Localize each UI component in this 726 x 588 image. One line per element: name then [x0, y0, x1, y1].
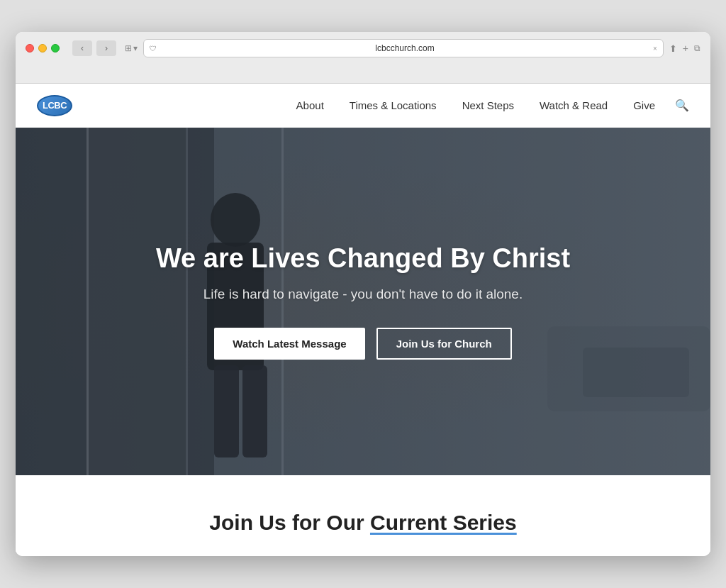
fullscreen-window-button[interactable]: [51, 44, 60, 52]
nav-link-about[interactable]: About: [284, 84, 337, 128]
logo-text: LCBC: [37, 95, 72, 116]
traffic-lights: [26, 44, 60, 52]
share-icon[interactable]: ⬆: [669, 43, 677, 54]
browser-window: ‹ › ⊞ ▾ 🛡 lcbcchurch.com × ⬆ +: [16, 32, 710, 556]
forward-button[interactable]: ›: [96, 40, 116, 56]
tab-bar: [26, 63, 700, 83]
below-hero-section: Join Us for Our Current Series: [16, 475, 710, 556]
tabs-overview-icon[interactable]: ⧉: [694, 43, 700, 53]
browser-actions: ⬆ + ⧉: [669, 43, 700, 54]
nav-link-give[interactable]: Give: [620, 84, 668, 128]
hero-subtitle: Life is hard to navigate - you don't hav…: [203, 287, 523, 302]
address-bar-row: 🛡 lcbcchurch.com ×: [143, 39, 664, 57]
watch-message-button[interactable]: Watch Latest Message: [214, 328, 364, 360]
hero-buttons: Watch Latest Message Join Us for Church: [214, 328, 511, 360]
hero-title: We are Lives Changed By Christ: [156, 243, 570, 274]
nav-item-watch-read[interactable]: Watch & Read: [527, 84, 620, 128]
nav-item-give[interactable]: Give: [620, 84, 668, 128]
website: LCBC About Times & Locations Next Steps …: [16, 84, 710, 556]
close-window-button[interactable]: [26, 44, 34, 52]
forward-icon: ›: [105, 43, 108, 53]
hero-content: We are Lives Changed By Christ Life is h…: [16, 128, 710, 475]
url-text: lcbcchurch.com: [161, 43, 649, 53]
minimize-window-button[interactable]: [38, 44, 47, 52]
nav-item-about[interactable]: About: [284, 84, 337, 128]
nav-links: About Times & Locations Next Steps Watch…: [284, 84, 668, 128]
below-hero-plain-text: Join Us for Our: [209, 511, 370, 534]
tab-close-button[interactable]: ×: [653, 45, 657, 52]
current-series-link[interactable]: Current Series: [370, 511, 517, 534]
navbar: LCBC About Times & Locations Next Steps …: [16, 84, 710, 128]
browser-chrome: ‹ › ⊞ ▾ 🛡 lcbcchurch.com × ⬆ +: [16, 32, 710, 84]
nav-link-watch-read[interactable]: Watch & Read: [527, 84, 620, 128]
below-hero-title: Join Us for Our Current Series: [44, 511, 682, 535]
window-tile-icon: ⊞: [125, 43, 132, 53]
nav-link-next-steps[interactable]: Next Steps: [449, 84, 527, 128]
logo[interactable]: LCBC: [37, 95, 72, 116]
hero-section: We are Lives Changed By Christ Life is h…: [16, 128, 710, 475]
nav-link-times[interactable]: Times & Locations: [337, 84, 449, 128]
nav-item-next-steps[interactable]: Next Steps: [449, 84, 527, 128]
nav-item-times[interactable]: Times & Locations: [337, 84, 449, 128]
join-church-button[interactable]: Join Us for Church: [376, 328, 512, 360]
browser-nav: ‹ ›: [72, 40, 116, 56]
back-button[interactable]: ‹: [72, 40, 92, 56]
window-tile-chevron: ▾: [133, 43, 138, 53]
security-icon: 🛡: [150, 45, 157, 52]
new-tab-icon[interactable]: +: [683, 43, 688, 54]
address-bar[interactable]: 🛡 lcbcchurch.com ×: [143, 39, 664, 57]
window-tile-controls: ⊞ ▾: [125, 43, 138, 53]
back-icon: ‹: [81, 43, 84, 53]
search-icon[interactable]: 🔍: [675, 99, 689, 112]
